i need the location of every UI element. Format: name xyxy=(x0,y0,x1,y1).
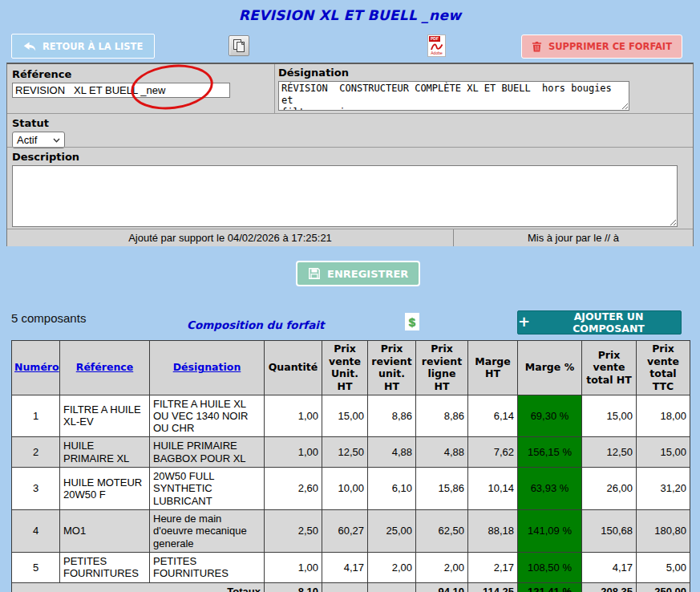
component-cell: 15,00 xyxy=(322,395,368,437)
margin-percent-cell: 156,15 % xyxy=(518,437,582,468)
totals-margin-percent-cell: 121,41 % xyxy=(518,582,582,592)
forfait-form-panel: Référence Désignation RÉVISION CONSTRUCT… xyxy=(6,63,694,246)
duplicate-forfait-button[interactable] xyxy=(229,35,249,56)
totals-label: Totaux xyxy=(12,582,265,592)
component-cell: MO1 xyxy=(60,510,150,553)
component-cell: 1,00 xyxy=(265,395,322,437)
component-cell: 2,17 xyxy=(468,553,518,583)
totals-cell xyxy=(322,582,368,592)
column-header: Prix revient ligne HT xyxy=(416,341,468,395)
component-cell: 8,86 xyxy=(368,395,416,437)
description-textarea[interactable] xyxy=(12,165,678,227)
sort-link[interactable]: Référence xyxy=(76,361,133,373)
component-cell: 6,10 xyxy=(368,468,416,510)
column-header: Marge HT xyxy=(468,341,518,395)
statut-select[interactable]: Actif xyxy=(12,132,65,148)
component-cell: PETITES FOURNITURES xyxy=(60,553,150,583)
description-label: Description xyxy=(12,151,693,163)
margin-percent-cell: 108,50 % xyxy=(518,553,582,583)
pdf-icon: PDF xyxy=(429,36,440,42)
component-cell: 2,60 xyxy=(265,468,322,510)
component-cell: 7,62 xyxy=(468,437,518,468)
component-cell: 2,50 xyxy=(265,510,322,553)
component-cell: 60,27 xyxy=(322,510,368,553)
totals-row: Totaux8,1094,10114,25121,41 %208,35250,0… xyxy=(12,582,690,592)
column-header: Marge % xyxy=(518,341,582,395)
pdf-adobe-label: Adobe xyxy=(431,51,442,55)
header-row: NuméroRéférenceDésignationQuantitéPrix v… xyxy=(12,341,690,395)
add-component-button[interactable]: + AJOUTER UN COMPOSANT xyxy=(517,310,682,335)
copy-document-icon xyxy=(232,39,246,53)
component-cell: 12,50 xyxy=(582,437,637,468)
margin-percent-cell: 63,93 % xyxy=(518,468,582,510)
column-header: Prix revient unit. HT xyxy=(368,341,416,395)
component-cell: 88,18 xyxy=(468,510,518,553)
statut-label: Statut xyxy=(12,117,693,129)
component-cell: 15,00 xyxy=(637,437,690,468)
created-info: Ajouté par support le 04/02/2026 à 17:25… xyxy=(7,229,454,246)
component-cell: 4,17 xyxy=(582,553,637,583)
component-cell: 4,17 xyxy=(322,553,368,583)
reference-input[interactable] xyxy=(12,83,230,98)
components-table-body: 1FILTRE A HUILE XL-EVFILTRE A HUILE XL O… xyxy=(12,395,690,592)
component-cell: Heure de main d'oeuvre mecanique general… xyxy=(150,510,265,553)
components-count: 5 composants xyxy=(11,311,86,325)
components-table-head: NuméroRéférenceDésignationQuantitéPrix v… xyxy=(12,341,690,395)
component-cell: 3 xyxy=(12,468,60,510)
component-cell: 8,86 xyxy=(416,395,468,437)
page-title: REVISION XL ET BUELL _new xyxy=(0,7,700,23)
component-cell: HUILE PRIMAIRE BAGBOX POUR XL xyxy=(150,437,265,468)
component-cell: 15,00 xyxy=(582,395,637,437)
component-row: 3HUILE MOTEUR 20W50 F20W50 FULL SYNTHETI… xyxy=(12,468,690,510)
component-cell: 6,14 xyxy=(468,395,518,437)
column-header: Prix vente total HT xyxy=(582,341,637,395)
margin-percent-cell: 141,09 % xyxy=(518,510,582,553)
component-cell: 5,00 xyxy=(637,553,690,583)
component-cell: 4,88 xyxy=(368,437,416,468)
column-header: Numéro xyxy=(12,341,60,395)
component-cell: 20W50 FULL SYNTHETIC LUBRICANT xyxy=(150,468,265,510)
component-cell: 2,00 xyxy=(416,553,468,583)
delete-forfait-button[interactable]: SUPPRIMER CE FORFAIT xyxy=(521,34,682,59)
pdf-swoosh-icon xyxy=(430,43,443,51)
save-button[interactable]: ENREGISTRER xyxy=(296,261,420,286)
trash-icon xyxy=(532,41,542,52)
component-cell: 150,68 xyxy=(582,510,637,553)
totals-cell: 8,10 xyxy=(265,582,322,592)
back-to-list-button[interactable]: RETOUR À LA LISTE xyxy=(11,34,155,59)
composition-section-title: Composition du forfait xyxy=(187,318,324,331)
export-pdf-button[interactable]: PDF Adobe xyxy=(427,34,446,57)
component-cell: 4,88 xyxy=(416,437,468,468)
forfait-editor-page: { "page": { "title": "REVISION XL ET BUE… xyxy=(0,0,700,592)
sort-link[interactable]: Numéro xyxy=(14,361,59,373)
component-cell: HUILE PRIMAIRE XL xyxy=(60,437,150,468)
totals-cell: 114,25 xyxy=(468,582,518,592)
designation-label: Désignation xyxy=(278,67,693,79)
component-row: 4MO1Heure de main d'oeuvre mecanique gen… xyxy=(12,510,690,553)
component-cell: 12,50 xyxy=(322,437,368,468)
column-header: Prix vente Unit. HT xyxy=(322,341,368,395)
component-row: 1FILTRE A HUILE XL-EVFILTRE A HUILE XL O… xyxy=(12,395,690,437)
plus-icon: + xyxy=(518,314,530,329)
component-row: 2HUILE PRIMAIRE XLHUILE PRIMAIRE BAGBOX … xyxy=(12,437,690,468)
column-header: Désignation xyxy=(150,341,265,395)
component-cell: 180,80 xyxy=(637,510,690,553)
component-cell: 18,00 xyxy=(637,395,690,437)
dollar-icon[interactable]: $ xyxy=(405,313,419,330)
sort-link[interactable]: Désignation xyxy=(173,361,241,373)
component-cell: 15,86 xyxy=(416,468,468,510)
totals-cell: 250,00 xyxy=(637,582,690,592)
component-cell: 26,00 xyxy=(582,468,637,510)
component-row: 5PETITES FOURNITURESPETITES FOURNITURES1… xyxy=(12,553,690,583)
component-cell: 5 xyxy=(12,553,60,583)
statut-selected-value: Actif xyxy=(17,134,37,146)
margin-percent-cell: 69,30 % xyxy=(518,395,582,437)
column-header: Prix vente total TTC xyxy=(637,341,690,395)
floppy-disk-icon xyxy=(308,267,321,280)
component-cell: 2,00 xyxy=(368,553,416,583)
component-cell: 1 xyxy=(12,395,60,437)
designation-textarea[interactable]: RÉVISION CONSTRUCTEUR COMPLÈTE XL ET BUE… xyxy=(278,81,629,111)
component-cell: PETITES FOURNITURES xyxy=(150,553,265,583)
component-cell: 2 xyxy=(12,437,60,468)
component-cell: 4 xyxy=(12,510,60,553)
